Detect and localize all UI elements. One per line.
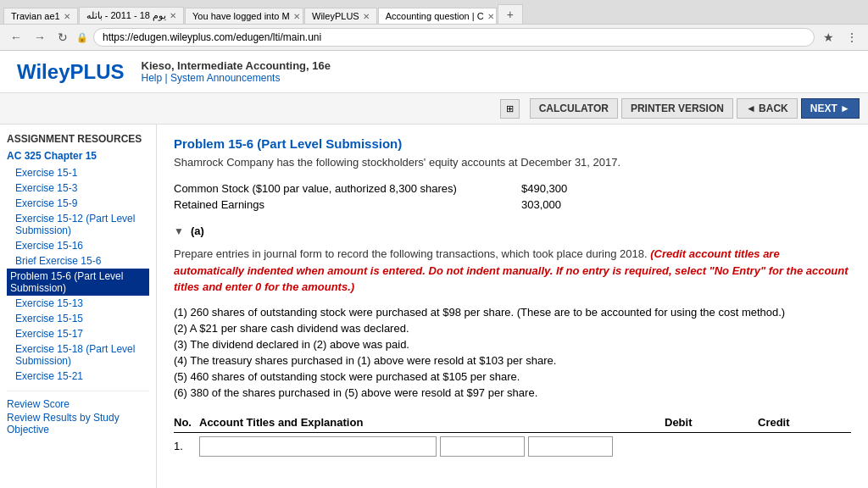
address-input[interactable]: [93, 28, 815, 47]
sidebar-item-brief-ex15-6[interactable]: Brief Exercise 15-6: [7, 253, 149, 269]
journal-data-row-1: 1.: [174, 433, 851, 460]
col-credit-header: Credit: [758, 416, 851, 429]
header-info: Kieso, Intermediate Accounting, 16e Help…: [142, 59, 331, 84]
tab-accounting[interactable]: Accounting question | C ✕: [378, 8, 497, 24]
transaction-text-1: 260 shares of outstanding stock were pur…: [191, 306, 786, 319]
lock-icon: 🔒: [76, 32, 88, 43]
tab-travian[interactable]: Travian ae1 ✕: [3, 8, 78, 24]
transaction-item-3: (3) The dividend declared in (2) above w…: [174, 338, 851, 351]
announcements-link[interactable]: System Announcements: [170, 72, 280, 84]
credit-input-1[interactable]: [528, 436, 613, 457]
transaction-item-1: (1) 260 shares of outstanding stock were…: [174, 306, 851, 319]
transactions-list: (1) 260 shares of outstanding stock were…: [174, 306, 851, 399]
instructions: Prepare entries in journal form to recor…: [174, 246, 851, 296]
tab-close-icon[interactable]: ✕: [363, 12, 370, 21]
sidebar-section-title: ASSIGNMENT RESOURCES: [7, 133, 149, 145]
financial-row-1: Common Stock ($100 par value, authorized…: [174, 182, 851, 195]
tab-close-icon[interactable]: ✕: [293, 12, 300, 21]
browser-chrome: Travian ae1 ✕ يوم 18 - 2011 - باتله ✕ Yo…: [0, 0, 868, 51]
bookmark-button[interactable]: ★: [820, 29, 837, 46]
tab-close-icon[interactable]: ✕: [64, 12, 70, 21]
header-links: Help | System Announcements: [142, 72, 331, 84]
table-header-row: No. Account Titles and Explanation Debit…: [174, 413, 851, 433]
financial-amount-2: 303,000: [521, 198, 589, 211]
sidebar-item-prob15-6[interactable]: Problem 15-6 (Part Level Submission): [7, 269, 149, 296]
financial-row-2: Retained Earnings 303,000: [174, 198, 851, 211]
transaction-item-6: (6) 380 of the shares purchased in (5) a…: [174, 386, 851, 399]
sidebar-item-ex15-15[interactable]: Exercise 15-15: [7, 311, 149, 326]
sidebar-item-ex15-13[interactable]: Exercise 15-13: [7, 296, 149, 311]
tab-logged-in[interactable]: You have logged into M ✕: [185, 8, 303, 24]
row-number-1: 1.: [174, 440, 199, 452]
instructions-normal: Prepare entries in journal form to recor…: [174, 247, 648, 260]
sidebar-item-ex15-3[interactable]: Exercise 15-3: [7, 180, 149, 196]
tab-arabic[interactable]: يوم 18 - 2011 - باتله ✕: [79, 7, 184, 24]
main-layout: ASSIGNMENT RESOURCES AC 325 Chapter 15 E…: [0, 125, 868, 488]
problem-intro: Shamrock Company has the following stock…: [174, 156, 851, 169]
content-area: Problem 15-6 (Part Level Submission) Sha…: [157, 125, 868, 488]
financial-label-2: Retained Earnings: [174, 198, 470, 211]
transaction-item-4: (4) The treasury shares purchased in (1)…: [174, 354, 851, 367]
sidebar-item-ex15-21[interactable]: Exercise 15-21: [7, 369, 149, 384]
account-title-input-1[interactable]: [199, 436, 437, 457]
reload-nav-button[interactable]: ↻: [54, 29, 71, 46]
transaction-num-3: (3): [174, 338, 190, 351]
journal-table-section: No. Account Titles and Explanation Debit…: [174, 413, 851, 460]
sidebar: ASSIGNMENT RESOURCES AC 325 Chapter 15 E…: [0, 125, 157, 488]
transaction-num-1: (1): [174, 306, 191, 319]
forward-nav-button[interactable]: →: [31, 29, 49, 46]
financial-table: Common Stock ($100 par value, authorized…: [174, 182, 851, 211]
transaction-num-2: (2): [174, 322, 190, 335]
transaction-text-5: 460 shares of outstanding stock were pur…: [191, 370, 520, 383]
site-header: WileyPLUS Kieso, Intermediate Accounting…: [0, 51, 868, 93]
tab-close-icon[interactable]: ✕: [170, 11, 176, 20]
col-no-header: No.: [174, 416, 199, 429]
transaction-item-2: (2) A $21 per share cash dividend was de…: [174, 322, 851, 335]
sidebar-item-ex15-16[interactable]: Exercise 15-16: [7, 238, 149, 253]
col-debit-header: Debit: [665, 416, 758, 429]
calculator-button[interactable]: CALCULATOR: [530, 98, 618, 119]
address-bar: ← → ↻ 🔒 ★ ⋮: [0, 24, 868, 50]
tab-wileyplus[interactable]: WileyPLUS ✕: [304, 8, 377, 24]
plus-text: PLUS: [70, 60, 124, 83]
help-link[interactable]: Help: [142, 72, 163, 84]
sidebar-chapter-title[interactable]: AC 325 Chapter 15: [7, 150, 149, 162]
sidebar-item-ex15-17[interactable]: Exercise 15-17: [7, 326, 149, 341]
transaction-text-4: The treasury shares purchased in (1) abo…: [190, 354, 556, 367]
tab-bar: Travian ae1 ✕ يوم 18 - 2011 - باتله ✕ Yo…: [0, 0, 868, 24]
transaction-text-2: A $21 per share cash dividend was declar…: [190, 322, 409, 335]
expand-sidebar-button[interactable]: ⊞: [500, 99, 520, 119]
sidebar-item-ex15-1[interactable]: Exercise 15-1: [7, 165, 149, 180]
transaction-num-6: (6): [174, 386, 191, 399]
back-nav-button[interactable]: ←: [7, 29, 25, 46]
book-title: Kieso, Intermediate Accounting, 16e: [142, 59, 331, 72]
transaction-text-6: 380 of the shares purchased in (5) above…: [191, 386, 538, 399]
transaction-num-5: (5): [174, 370, 191, 383]
section-header-a: ▼ (a): [174, 225, 851, 237]
more-options-button[interactable]: ⋮: [843, 29, 861, 46]
col-account-header: Account Titles and Explanation: [199, 416, 665, 429]
printer-version-button[interactable]: PRINTER VERSION: [621, 98, 733, 119]
transaction-text-3: The dividend declared in (2) above was p…: [190, 338, 409, 351]
sidebar-item-ex15-12[interactable]: Exercise 15-12 (Part Level Submission): [7, 211, 149, 238]
back-button[interactable]: ◄ BACK: [737, 98, 798, 119]
problem-title: Problem 15-6 (Part Level Submission): [174, 136, 851, 151]
sidebar-item-ex15-9[interactable]: Exercise 15-9: [7, 196, 149, 211]
tab-close-icon[interactable]: ✕: [487, 12, 494, 21]
tab-new[interactable]: +: [498, 4, 523, 24]
next-button[interactable]: NEXT ►: [801, 98, 860, 119]
wileyplus-logo: WileyPLUS: [17, 60, 125, 84]
wiley-text: Wiley: [17, 60, 70, 83]
section-a-label: (a): [191, 225, 204, 237]
financial-amount-1: $490,300: [521, 182, 589, 195]
collapse-arrow-icon[interactable]: ▼: [174, 225, 184, 237]
sidebar-item-ex15-18[interactable]: Exercise 15-18 (Part Level Submission): [7, 341, 149, 369]
review-score-link[interactable]: Review Score: [7, 398, 149, 410]
transaction-num-4: (4): [174, 354, 190, 367]
transaction-item-5: (5) 460 shares of outstanding stock were…: [174, 370, 851, 383]
debit-input-1[interactable]: [440, 436, 525, 457]
toolbar: ⊞ CALCULATOR PRINTER VERSION ◄ BACK NEXT…: [0, 93, 868, 125]
financial-label-1: Common Stock ($100 par value, authorized…: [174, 182, 470, 195]
review-results-link[interactable]: Review Results by Study Objective: [7, 412, 149, 435]
sidebar-divider: [7, 391, 149, 391]
